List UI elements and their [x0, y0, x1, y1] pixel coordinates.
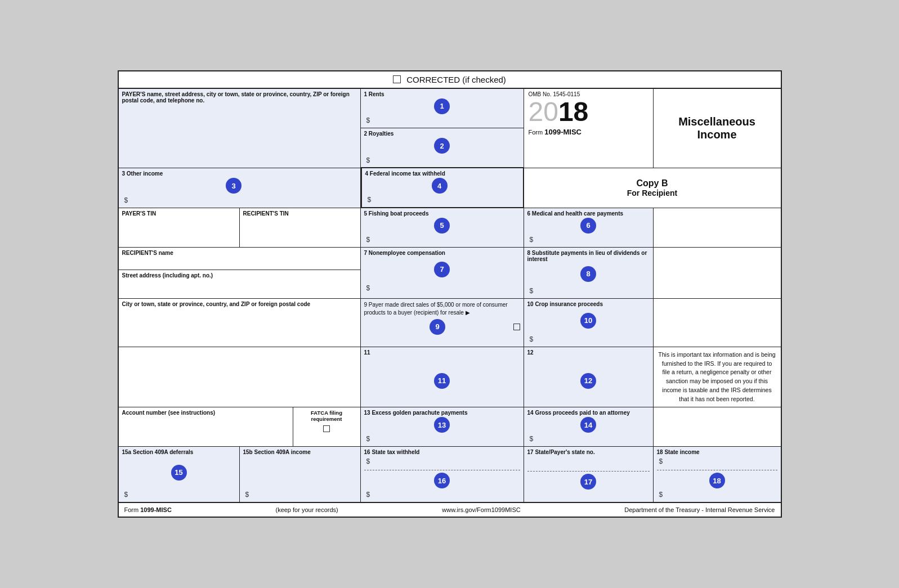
f7-label: 7 Nonemployee compensation — [364, 250, 520, 256]
f13-dollar: $ — [364, 434, 520, 444]
substitute-inner: 8 Substitute payments in lieu of dividen… — [524, 248, 653, 298]
footer-form-number: 1099-MISC — [140, 506, 172, 513]
f14-dollar: $ — [527, 434, 650, 444]
recipient-tin-label: RECIPIENT'S TIN — [243, 210, 357, 217]
badge-15: 15 — [171, 465, 187, 481]
f3-label: 3 Other income — [122, 170, 357, 177]
account-cell: Account number (see instructions) — [119, 407, 293, 446]
f13-label: 13 Excess golden parachute payments — [364, 410, 520, 416]
s15b-cell: 15b Section 409A income $ — [240, 447, 361, 502]
omb-year-col: OMB No. 1545-0115 2018 Form 1099-MISC — [524, 89, 654, 168]
row6: City or town, state or province, country… — [119, 299, 781, 347]
payer-tin-label: PAYER'S TIN — [122, 210, 236, 217]
rents-royalties-col: 1 Rents 1 $ 2 Royalties 2 $ — [361, 89, 524, 168]
badge-2: 2 — [434, 138, 450, 154]
f2-label: 2 Royalties — [364, 131, 520, 137]
nonemployee-col: 7 Nonemployee compensation 7 $ — [361, 248, 524, 298]
f14-label: 14 Gross proceeds paid to an attorney — [527, 410, 650, 416]
badge-8: 8 — [580, 266, 596, 282]
f6-label: 6 Medical and health care payments — [527, 210, 650, 217]
street-cell: Street address (including apt. no.) — [119, 270, 360, 298]
header-row: CORRECTED (if checked) — [119, 71, 781, 89]
payer-tin-cell: PAYER'S TIN — [119, 208, 240, 247]
badge-18: 18 — [709, 473, 725, 488]
city-cell: City or town, state or province, country… — [119, 299, 361, 347]
f18-dollar1: $ — [657, 456, 777, 466]
form-name: Form 1099-MISC — [529, 128, 648, 136]
corrected-label: CORRECTED (if checked) — [406, 75, 506, 84]
state-no-cell: 17 State/Payer's state no. 17 — [524, 447, 654, 502]
rents-box: 1 Rents 1 $ — [361, 89, 524, 128]
f1-dollar: $ — [364, 115, 520, 125]
recipient-tin-cell: RECIPIENT'S TIN — [240, 208, 361, 247]
badge-13: 13 — [434, 417, 450, 433]
other-income-cell: 3 Other income 3 $ — [119, 168, 361, 208]
title-col: Miscellaneous Income — [654, 89, 781, 168]
form-number: 1099-MISC — [544, 128, 582, 136]
year-display: 2018 — [529, 98, 648, 125]
f17-label: 17 State/Payer's state no. — [527, 449, 650, 455]
fatca-label: FATCA filing requirement — [297, 410, 357, 422]
footer-dept: Department of the Treasury - Internal Re… — [624, 506, 775, 513]
substitute-col: 8 Substitute payments in lieu of dividen… — [524, 248, 654, 298]
state-tax-cell: 16 State tax withheld $ 16 $ — [361, 447, 524, 502]
f9-checkbox[interactable] — [513, 324, 520, 330]
f7-dollar: $ — [364, 283, 520, 293]
copy-b-cell: Copy B For Recipient — [524, 168, 781, 208]
crop-cell: 10 Crop insurance proceeds 10 $ — [524, 299, 654, 347]
footer-row: Form 1099-MISC (keep for your records) w… — [119, 502, 781, 517]
badge-9: 9 — [430, 319, 445, 335]
f12-label: 12 — [527, 349, 650, 356]
f6-dollar: $ — [527, 235, 650, 245]
street-label: Street address (including apt. no.) — [122, 272, 357, 279]
f1-label: 1 Rents — [364, 91, 520, 97]
corrected-checkbox[interactable] — [393, 75, 401, 83]
row2: 3 Other income 3 $ 4 Federal income tax … — [119, 168, 781, 208]
row3: PAYER'S TIN RECIPIENT'S TIN 5 Fishing bo… — [119, 208, 781, 248]
side-note-full: This is important tax information and is… — [654, 347, 781, 407]
badge-4: 4 — [432, 178, 448, 194]
recipient-name-label: RECIPIENT'S name — [122, 250, 357, 256]
badge-6: 6 — [580, 218, 596, 234]
f10-dollar: $ — [527, 334, 650, 344]
f15b-label: 15b Section 409A income — [243, 449, 357, 455]
main-grid: PAYER'S name, street address, city or to… — [119, 89, 781, 517]
badge-10: 10 — [580, 313, 596, 329]
badge-16: 16 — [434, 473, 450, 488]
payer-direct-cell: 9 Payer made direct sales of $5,000 or m… — [361, 299, 524, 347]
badge-5: 5 — [434, 218, 450, 234]
f16-dollar2: $ — [364, 490, 520, 500]
gross-cell: 14 Gross proceeds paid to an attorney 14… — [524, 407, 654, 446]
badge-11: 11 — [434, 373, 450, 389]
row1: PAYER'S name, street address, city or to… — [119, 89, 781, 168]
recipient-info-col: RECIPIENT'S name Street address (includi… — [119, 248, 361, 298]
row4-5: RECIPIENT'S name Street address (includi… — [119, 248, 781, 299]
badge-14: 14 — [580, 417, 596, 433]
recipient-name-cell: RECIPIENT'S name — [119, 248, 360, 270]
fatca-cell: FATCA filing requirement — [293, 407, 361, 446]
f2-dollar: $ — [364, 155, 520, 165]
medical-cell: 6 Medical and health care payments 6 $ — [524, 208, 654, 247]
copy-b-subtitle: For Recipient — [627, 188, 677, 198]
s15a-cell: 15a Section 409A deferrals 15 $ — [119, 447, 240, 502]
fatca-checkbox[interactable] — [323, 425, 330, 432]
badge-7: 7 — [434, 262, 450, 277]
form-1099-misc: CORRECTED (if checked) PAYER'S name, str… — [118, 70, 782, 518]
nonemployee-top: 7 Nonemployee compensation 7 $ — [361, 248, 524, 295]
f10-label: 10 Crop insurance proceeds — [527, 301, 650, 307]
badge-3: 3 — [226, 178, 241, 194]
account-label: Account number (see instructions) — [122, 410, 289, 416]
badge-17: 17 — [580, 474, 596, 490]
row8: Account number (see instructions) FATCA … — [119, 407, 781, 447]
year-prefix: 20 — [529, 97, 558, 127]
f18-label: 18 State income — [657, 449, 777, 455]
year-suffix: 18 — [558, 97, 588, 127]
footer-form: Form 1099-MISC — [124, 506, 172, 513]
payer-name-cell: PAYER'S name, street address, city or to… — [119, 89, 361, 168]
f15a-label: 15a Section 409A deferrals — [122, 449, 236, 455]
badge-12: 12 — [580, 373, 596, 389]
federal-tax-cell: 4 Federal income tax withheld 4 $ — [361, 167, 524, 208]
side-note-full-text: This is important tax information and is… — [658, 351, 775, 402]
f18-dollar2: $ — [657, 490, 777, 500]
f5-dollar: $ — [364, 235, 520, 245]
